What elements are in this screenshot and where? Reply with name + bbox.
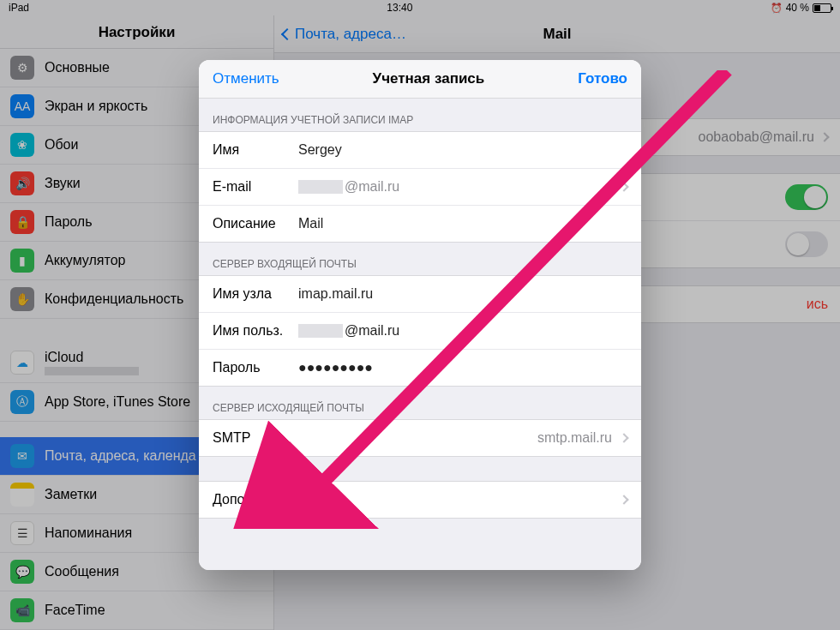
done-button[interactable]: Готово: [578, 70, 627, 87]
modal-overlay: Отменить Учетная запись Готово ИНФОРМАЦИ…: [0, 0, 840, 630]
row-key: Дополнительно: [213, 492, 311, 507]
modal-title: Учетная запись: [373, 70, 485, 87]
row-advanced[interactable]: Дополнительно: [199, 482, 641, 518]
row-password[interactable]: Пароль ●●●●●●●●●: [199, 350, 641, 386]
redacted-user: [298, 324, 343, 338]
row-value: Sergey: [298, 142, 627, 158]
row-smtp[interactable]: SMTP smtp.mail.ru: [199, 420, 641, 456]
row-host[interactable]: Имя узла imap.mail.ru: [199, 276, 641, 313]
row-username[interactable]: Имя польз. @mail.ru: [199, 313, 641, 350]
section-incoming: СЕРВЕР ВХОДЯЩЕЙ ПОЧТЫ: [199, 243, 641, 275]
modal-body[interactable]: ИНФОРМАЦИЯ УЧЕТНОЙ ЗАПИСИ IMAP Имя Serge…: [199, 99, 641, 570]
row-key: Имя: [213, 142, 298, 158]
account-modal: Отменить Учетная запись Готово ИНФОРМАЦИ…: [199, 60, 641, 570]
redacted-user: [298, 180, 343, 194]
modal-header: Отменить Учетная запись Готово: [199, 60, 641, 99]
row-key: SMTP: [213, 430, 298, 446]
row-key: E-mail: [213, 179, 298, 195]
row-name[interactable]: Имя Sergey: [199, 132, 641, 169]
row-value: @mail.ru: [298, 323, 627, 339]
row-value: ●●●●●●●●●: [298, 360, 627, 375]
row-key: Описание: [213, 216, 298, 231]
section-imap-info: ИНФОРМАЦИЯ УЧЕТНОЙ ЗАПИСИ IMAP: [199, 99, 641, 131]
row-key: Имя польз.: [213, 323, 298, 339]
row-value: smtp.mail.ru: [298, 430, 612, 446]
row-value: imap.mail.ru: [298, 286, 627, 302]
row-value: Mail: [298, 216, 627, 231]
chevron-right-icon: [619, 433, 628, 442]
row-key: Имя узла: [213, 286, 298, 302]
chevron-right-icon: [619, 182, 628, 191]
row-email[interactable]: E-mail @mail.ru: [199, 169, 641, 206]
row-description[interactable]: Описание Mail: [199, 206, 641, 242]
row-value: @mail.ru: [298, 179, 621, 195]
section-outgoing: СЕРВЕР ИСХОДЯЩЕЙ ПОЧТЫ: [199, 387, 641, 419]
chevron-right-icon: [619, 495, 628, 504]
cancel-button[interactable]: Отменить: [213, 70, 279, 87]
row-key: Пароль: [213, 360, 298, 375]
